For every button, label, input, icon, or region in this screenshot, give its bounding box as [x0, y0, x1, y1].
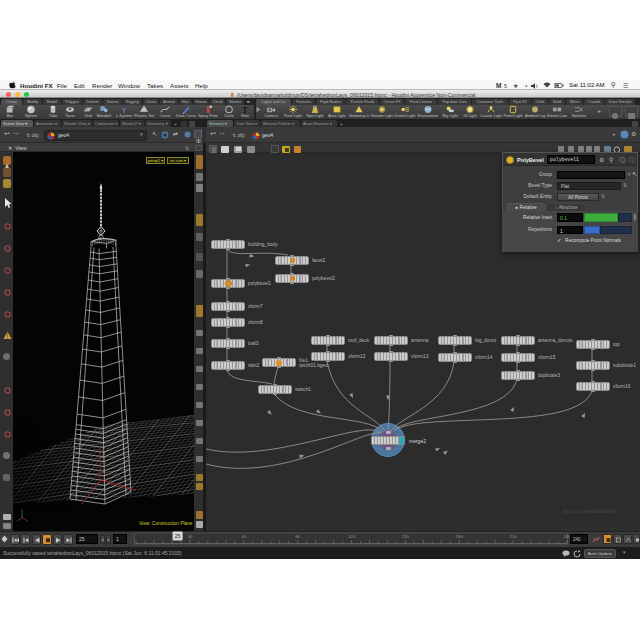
- svg-text:120: 120: [348, 534, 356, 539]
- svg-text:180: 180: [456, 534, 464, 539]
- svg-text:60: 60: [241, 534, 246, 539]
- svg-text:210: 210: [510, 534, 518, 539]
- svg-text:240: 240: [563, 534, 570, 539]
- svg-text:90: 90: [295, 534, 300, 539]
- svg-text:150: 150: [402, 534, 410, 539]
- svg-text:30: 30: [188, 534, 193, 539]
- svg-text:25: 25: [175, 533, 181, 539]
- svg-text:T: T: [242, 105, 248, 113]
